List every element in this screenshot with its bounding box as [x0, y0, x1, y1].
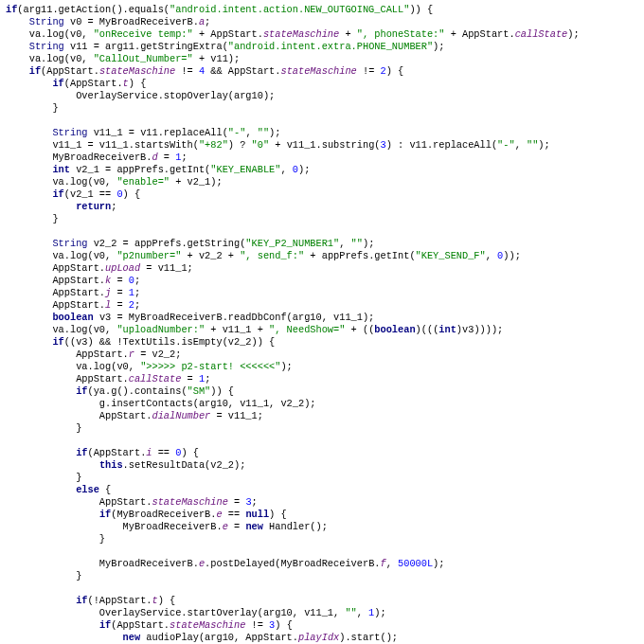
- code-block: if(arg11.getAction().equals("android.int…: [0, 0, 644, 644]
